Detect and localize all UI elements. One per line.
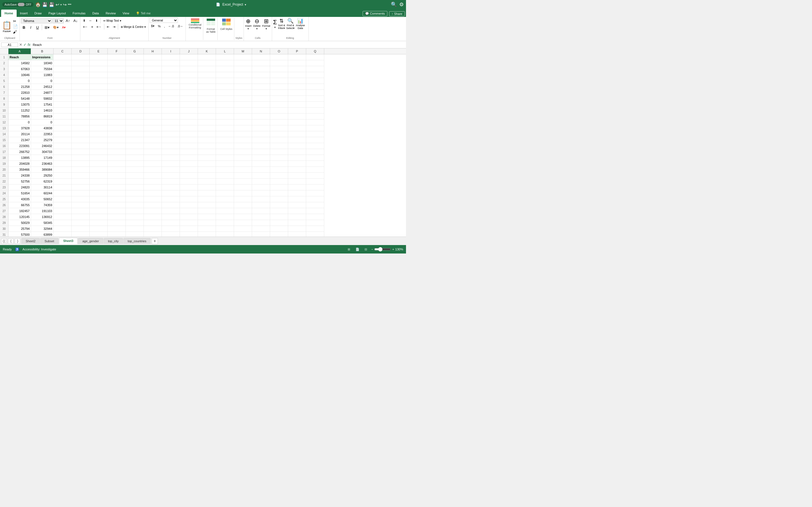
empty-cell[interactable] <box>180 232 198 237</box>
empty-cell[interactable] <box>54 143 71 149</box>
row-number[interactable]: 25 <box>0 196 8 202</box>
empty-cell[interactable] <box>288 78 306 83</box>
empty-cell[interactable] <box>162 72 180 78</box>
empty-cell[interactable] <box>71 173 90 178</box>
empty-cell[interactable] <box>126 119 144 125</box>
row-number[interactable]: 27 <box>0 208 8 214</box>
empty-cell[interactable] <box>270 202 288 208</box>
accessibility-status[interactable]: Accessibility: Investigate <box>22 247 56 251</box>
empty-cell[interactable] <box>198 119 216 125</box>
empty-cell[interactable] <box>288 119 306 125</box>
grid-scroll[interactable]: 1ReachImpressions21458218340367063755944… <box>0 54 406 237</box>
find-select-button[interactable]: 🔍 Find & Select▾ <box>286 18 295 30</box>
data-cell-a-6[interactable]: 21258 <box>8 84 31 90</box>
empty-cell[interactable] <box>90 208 108 214</box>
empty-cell[interactable] <box>198 72 216 78</box>
empty-cell[interactable] <box>162 108 180 113</box>
empty-cell[interactable] <box>144 173 162 178</box>
empty-cell[interactable] <box>234 66 252 72</box>
empty-cell[interactable] <box>144 226 162 231</box>
col-header-p[interactable]: P <box>288 48 306 54</box>
empty-cell[interactable] <box>198 202 216 208</box>
empty-cell[interactable] <box>234 90 252 96</box>
col-header-e[interactable]: E <box>90 48 108 54</box>
empty-cell[interactable] <box>108 102 126 107</box>
empty-cell[interactable] <box>270 208 288 214</box>
empty-cell[interactable] <box>270 184 288 190</box>
empty-cell[interactable] <box>180 137 198 143</box>
sheet-prev-prev[interactable]: ⟨⟨ <box>1 238 7 244</box>
empty-cell[interactable] <box>306 119 324 125</box>
empty-cell[interactable] <box>306 173 324 178</box>
empty-cell[interactable] <box>288 214 306 220</box>
data-cell-a-3[interactable]: 67063 <box>8 66 31 72</box>
empty-cell[interactable] <box>144 131 162 137</box>
empty-cell[interactable] <box>306 208 324 214</box>
empty-cell[interactable] <box>252 190 270 196</box>
empty-cell[interactable] <box>71 208 90 214</box>
data-cell-b-13[interactable]: 43838 <box>31 125 54 131</box>
empty-cell[interactable] <box>126 108 144 113</box>
empty-cell[interactable] <box>306 114 324 119</box>
empty-cell[interactable] <box>198 60 216 66</box>
empty-cell[interactable] <box>144 78 162 83</box>
data-cell-a-24[interactable]: 51654 <box>8 190 31 196</box>
autosave-save-icon[interactable]: 💾 <box>49 2 54 7</box>
empty-cell[interactable] <box>198 179 216 184</box>
empty-cell[interactable] <box>54 214 71 220</box>
underline-button[interactable]: U <box>35 24 41 31</box>
format-button[interactable]: ⊞ Format ▾ <box>262 18 270 30</box>
empty-cell[interactable] <box>108 155 126 161</box>
empty-cell[interactable] <box>252 84 270 90</box>
empty-cell[interactable] <box>90 202 108 208</box>
empty-cell[interactable] <box>180 202 198 208</box>
empty-cell[interactable] <box>288 220 306 226</box>
row-number[interactable]: 29 <box>0 220 8 226</box>
empty-cell[interactable] <box>90 78 108 83</box>
empty-cell[interactable] <box>71 167 90 172</box>
row-number[interactable]: 22 <box>0 179 8 184</box>
empty-cell[interactable] <box>144 184 162 190</box>
data-cell-a-29[interactable]: 50029 <box>8 220 31 226</box>
tab-review[interactable]: Review <box>102 10 119 17</box>
empty-cell[interactable] <box>288 226 306 231</box>
empty-cell[interactable] <box>252 173 270 178</box>
empty-cell[interactable] <box>288 125 306 131</box>
empty-cell[interactable] <box>288 114 306 119</box>
empty-cell[interactable] <box>216 173 234 178</box>
col-header-n[interactable]: N <box>252 48 270 54</box>
row-number[interactable]: 2 <box>0 60 8 66</box>
empty-cell[interactable] <box>71 190 90 196</box>
data-cell-a-22[interactable]: 52756 <box>8 179 31 184</box>
empty-cell[interactable] <box>144 54 162 60</box>
empty-cell[interactable] <box>234 161 252 166</box>
empty-cell[interactable] <box>108 226 126 231</box>
row-number[interactable]: 8 <box>0 96 8 101</box>
empty-cell[interactable] <box>234 137 252 143</box>
empty-cell[interactable] <box>180 208 198 214</box>
empty-cell[interactable] <box>216 96 234 101</box>
empty-cell[interactable] <box>198 54 216 60</box>
empty-cell[interactable] <box>54 102 71 107</box>
empty-cell[interactable] <box>144 90 162 96</box>
tab-page-layout[interactable]: Page Layout <box>45 10 69 17</box>
empty-cell[interactable] <box>252 72 270 78</box>
col-header-l[interactable]: L <box>216 48 234 54</box>
empty-cell[interactable] <box>90 184 108 190</box>
empty-cell[interactable] <box>71 119 90 125</box>
zoom-level[interactable]: 130% <box>395 247 403 251</box>
empty-cell[interactable] <box>288 72 306 78</box>
col-header-q[interactable]: Q <box>306 48 324 54</box>
col-header-j[interactable]: J <box>180 48 198 54</box>
data-cell-a-16[interactable]: 223091 <box>8 143 31 149</box>
empty-cell[interactable] <box>252 226 270 231</box>
empty-cell[interactable] <box>54 179 71 184</box>
empty-cell[interactable] <box>71 108 90 113</box>
empty-cell[interactable] <box>234 96 252 101</box>
empty-cell[interactable] <box>234 60 252 66</box>
data-cell-b-26[interactable]: 74359 <box>31 202 54 208</box>
fill-color-button[interactable]: 🎨▾ <box>52 25 60 30</box>
empty-cell[interactable] <box>288 137 306 143</box>
tab-top-city[interactable]: top_city <box>104 238 123 244</box>
empty-cell[interactable] <box>90 190 108 196</box>
